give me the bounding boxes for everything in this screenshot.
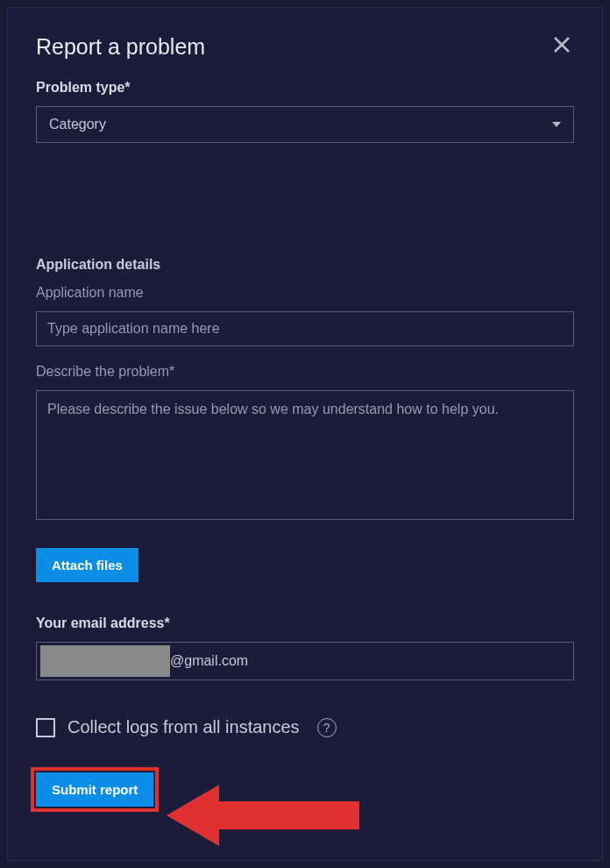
email-redacted-block [40,645,170,677]
email-domain-text: @gmail.com [170,653,248,669]
problem-type-select[interactable]: Category [36,106,574,143]
application-name-label: Application name [36,285,574,301]
describe-problem-textarea[interactable] [36,390,574,520]
close-button[interactable] [550,32,574,60]
dialog-header: Report a problem [36,32,574,60]
collect-logs-checkbox[interactable] [36,718,55,737]
report-problem-dialog: Report a problem Problem type* Category … [7,7,603,861]
email-label: Your email address* [36,615,574,631]
submit-report-button[interactable]: Submit report [36,772,153,807]
attach-section: Attach files [36,548,574,582]
problem-type-value: Category [49,117,106,132]
attach-files-button[interactable]: Attach files [36,548,138,582]
collect-logs-label: Collect logs from all instances [67,717,300,737]
application-details-heading: Application details [36,257,574,273]
help-icon[interactable]: ? [317,718,337,737]
chevron-down-icon [552,122,561,127]
problem-type-label: Problem type* [36,80,574,96]
describe-problem-label: Describe the problem* [36,364,574,380]
email-input[interactable]: @gmail.com [36,642,574,680]
close-icon [551,34,572,55]
dialog-title: Report a problem [36,34,205,60]
collect-logs-row: Collect logs from all instances ? [36,717,574,737]
application-name-input[interactable] [36,311,574,346]
submit-section: Submit report [36,772,574,807]
